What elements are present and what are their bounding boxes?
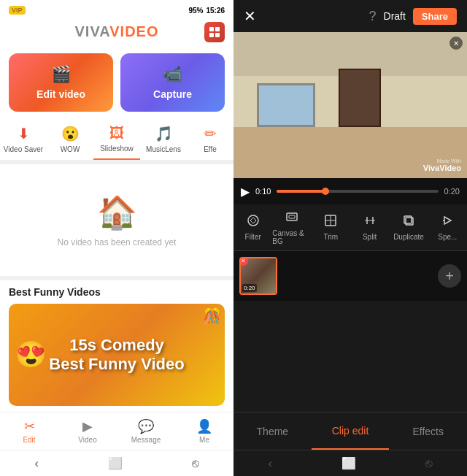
help-icon[interactable]: ? (369, 9, 377, 24)
logo-video: VIDEO (109, 23, 158, 39)
close-preview-button[interactable]: ✕ (449, 37, 463, 50)
trim-button[interactable]: Trim (312, 211, 350, 244)
app-header: VIVAVIDEO (0, 20, 234, 46)
clip-thumbnail[interactable]: ✕ 0:20 (239, 257, 277, 295)
recent-button[interactable]: ⎋ (192, 457, 199, 470)
funny-line1: 15s Comedy (49, 336, 184, 355)
nav-video[interactable]: ▶ Video (58, 412, 117, 450)
trim-icon (324, 214, 337, 231)
edit-nav-label: Edit (23, 436, 35, 444)
nav-edit[interactable]: ✂ Edit (0, 412, 58, 450)
speed-icon (441, 214, 454, 231)
speed-button[interactable]: Spe... (428, 211, 467, 244)
wow-icon: 😮 (61, 125, 80, 142)
vip-badge: VIP (9, 6, 26, 15)
progress-fill (277, 190, 325, 193)
video-saver-label: Video Saver (4, 145, 43, 153)
split-label: Split (363, 233, 377, 241)
progress-track[interactable] (277, 190, 438, 193)
play-button[interactable]: ▶ (241, 185, 250, 199)
svg-rect-6 (289, 215, 295, 218)
logo: VIVAVIDEO (75, 23, 159, 40)
svg-rect-5 (287, 213, 297, 220)
tab-clip-edit[interactable]: Clip edit (312, 412, 390, 450)
svg-marker-15 (444, 217, 451, 224)
back-arrow[interactable]: ‹ (34, 457, 38, 470)
home-button[interactable]: ⬜ (108, 456, 123, 470)
nav-message[interactable]: 💬 Message (117, 412, 175, 450)
confetti-icon: 🎊 (203, 307, 221, 325)
filter-button[interactable]: Filter (234, 211, 272, 244)
duplicate-button[interactable]: Duplicate (389, 211, 428, 244)
tool-wow[interactable]: 😮 WOW (47, 125, 93, 160)
current-time: 0:10 (255, 187, 271, 196)
close-button[interactable]: ✕ (244, 7, 256, 25)
clip-time: 0:20 (242, 284, 257, 292)
effects-tab-label: Effects (412, 426, 444, 437)
speed-label: Spe... (438, 233, 457, 241)
battery: 95% (188, 7, 203, 15)
music-lens-icon: 🎵 (155, 125, 173, 142)
effe-label: Effe (204, 145, 217, 153)
video-preview: Made With VivaVideo ✕ (234, 32, 467, 178)
right-home-button[interactable]: ⬜ (341, 456, 356, 470)
bottom-tabs: Theme Clip edit Effects (234, 412, 467, 450)
video-nav-icon: ▶ (82, 418, 93, 434)
svg-rect-1 (215, 27, 220, 31)
draft-label: Draft (384, 10, 406, 22)
tools-row: ⬇ Video Saver 😮 WOW 🖼 Slideshow 🎵 MusicL… (0, 119, 234, 160)
empty-area: 🏠 No video has been created yet (0, 164, 234, 276)
room-window (257, 83, 315, 127)
clip-edit-tab-label: Clip edit (332, 425, 369, 437)
logo-viva: VIVA (75, 23, 110, 39)
right-panel: ✕ ? Draft Share Made With VivaVideo ✕ ▶ … (234, 0, 467, 476)
edit-video-label: Edit video (36, 88, 85, 100)
trim-label: Trim (324, 233, 339, 241)
watermark-brand: VivaVideo (423, 164, 461, 172)
split-button[interactable]: Split (350, 211, 389, 244)
canvas-bg-icon (285, 210, 298, 227)
svg-rect-0 (209, 27, 214, 31)
right-system-nav: ‹ ⬜ ⎋ (234, 450, 467, 476)
video-saver-icon: ⬇ (18, 125, 30, 142)
filter-label: Filter (245, 233, 261, 241)
me-nav-label: Me (199, 436, 209, 444)
tab-theme[interactable]: Theme (234, 412, 312, 450)
add-clip-button[interactable]: + (438, 264, 461, 288)
tool-effe[interactable]: ✏ Effe (187, 125, 234, 160)
effe-icon: ✏ (204, 125, 217, 142)
left-system-nav: ‹ ⬜ ⎋ (0, 450, 234, 476)
right-recent-button[interactable]: ⎋ (425, 457, 433, 470)
canvas-bg-button[interactable]: Canvas & BG (272, 207, 311, 248)
capture-button[interactable]: 📹 Capture (120, 53, 225, 112)
message-nav-label: Message (131, 436, 161, 444)
funny-thumbnail[interactable]: 😍 15s Comedy Best Funny Video 🎊 (9, 304, 225, 406)
grid-icon[interactable] (204, 22, 225, 42)
capture-label: Capture (153, 88, 192, 100)
svg-rect-2 (209, 33, 214, 37)
duplicate-icon (402, 214, 415, 231)
progress-dot (322, 188, 329, 195)
right-header: ✕ ? Draft Share (234, 0, 467, 32)
tool-slideshow[interactable]: 🖼 Slideshow (93, 125, 140, 160)
status-left: VIP (9, 6, 26, 15)
nav-me[interactable]: 👤 Me (175, 412, 234, 450)
tool-music-lens[interactable]: 🎵 MusicLens (140, 125, 187, 160)
main-buttons: 🎬 Edit video 📹 Capture (0, 46, 234, 119)
status-right: 95% 15:26 (188, 7, 225, 15)
tool-video-saver[interactable]: ⬇ Video Saver (0, 125, 47, 160)
share-button[interactable]: Share (413, 8, 457, 25)
bottom-nav: ✂ Edit ▶ Video 💬 Message 👤 Me (0, 412, 234, 450)
left-panel: VIP 95% 15:26 VIVAVIDEO 🎬 Edit video 📹 (0, 0, 234, 476)
edit-video-button[interactable]: 🎬 Edit video (9, 53, 113, 112)
right-back-arrow[interactable]: ‹ (268, 457, 271, 470)
clip-strip: ✕ 0:20 + (234, 251, 467, 301)
tab-effects[interactable]: Effects (389, 412, 467, 450)
music-lens-label: MusicLens (146, 145, 181, 153)
timeline-bar: ▶ 0:10 0:20 (234, 178, 467, 204)
funny-title: Best Funny Videos (9, 286, 225, 298)
header-right: ? Draft Share (369, 8, 458, 25)
room-door (339, 69, 381, 127)
empty-house-icon: 🏠 (97, 193, 137, 231)
end-time: 0:20 (444, 187, 460, 196)
